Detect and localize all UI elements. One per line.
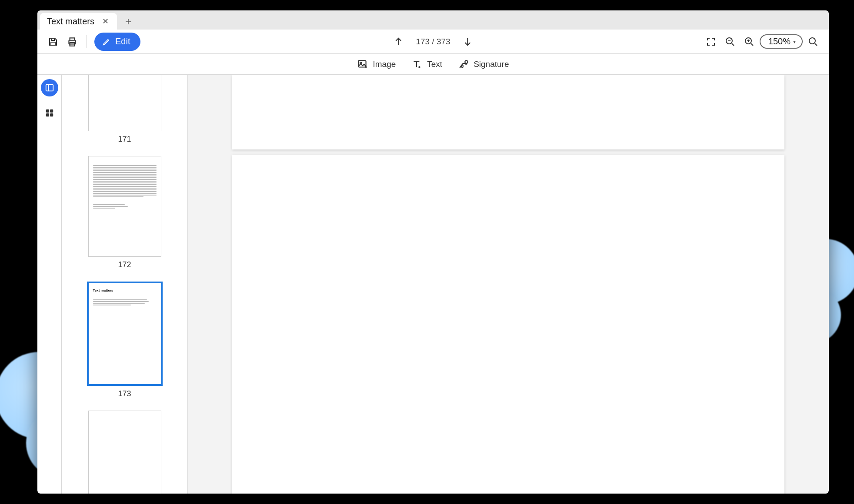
- grid-view-button[interactable]: [41, 104, 58, 122]
- save-icon: [48, 36, 58, 47]
- edit-button[interactable]: Edit: [94, 33, 140, 51]
- tabstrip: Text matters ✕: [37, 10, 829, 30]
- insert-text-button[interactable]: Text: [408, 57, 446, 72]
- grid-icon: [45, 108, 54, 118]
- save-button[interactable]: [44, 33, 62, 50]
- toolbar-separator: [86, 35, 87, 48]
- insert-image-button[interactable]: Image: [354, 57, 399, 72]
- thumbnail-list: 171 172 Text matters: [62, 75, 187, 494]
- thumbnail-preview: [88, 75, 161, 131]
- thumbnail-title: Text matters: [93, 288, 157, 292]
- zoom-in-icon: [744, 36, 754, 47]
- zoom-out-button[interactable]: [721, 33, 739, 50]
- total-pages: 373: [437, 37, 450, 46]
- zoom-selector[interactable]: 150% ▾: [760, 34, 803, 49]
- page-counter[interactable]: 173 / 373: [416, 37, 450, 46]
- thumbnail-preview: [88, 411, 161, 494]
- new-tab-button[interactable]: [120, 14, 136, 30]
- page-thumbnail[interactable]: 171: [88, 75, 161, 144]
- thumbnails-pane[interactable]: 171 172 Text matters: [62, 75, 188, 494]
- print-icon: [67, 36, 78, 47]
- zoom-level: 150%: [768, 36, 791, 46]
- insert-image-label: Image: [373, 60, 396, 69]
- tab-document[interactable]: Text matters ✕: [40, 13, 117, 30]
- current-page: 173: [416, 37, 430, 46]
- zoom-out-icon: [725, 36, 735, 47]
- insert-text-label: Text: [427, 60, 442, 69]
- page-viewer[interactable]: [188, 75, 829, 494]
- sidebar-icon: [45, 83, 54, 93]
- svg-point-8: [465, 60, 468, 63]
- left-rail: [37, 75, 62, 494]
- svg-rect-0: [51, 42, 55, 45]
- svg-rect-13: [50, 113, 53, 116]
- thumbnails-panel-button[interactable]: [41, 79, 58, 96]
- edit-label: Edit: [115, 36, 130, 46]
- page-navigation: 173 / 373: [390, 33, 476, 50]
- thumbnail-number: 172: [118, 260, 131, 269]
- svg-rect-12: [46, 113, 49, 116]
- svg-rect-9: [46, 85, 53, 91]
- main-toolbar: Edit 173 / 373: [37, 30, 829, 54]
- text-icon: [411, 59, 423, 70]
- thumbnail-preview: Text matters: [87, 282, 163, 386]
- svg-rect-10: [46, 109, 49, 113]
- thumbnail-number: 173: [118, 389, 131, 398]
- insert-toolbar: Image Text Signature: [37, 54, 829, 75]
- fullscreen-button[interactable]: [702, 33, 720, 50]
- search-button[interactable]: [804, 33, 822, 50]
- page-bottom-slice: [232, 75, 784, 149]
- tab-title: Text matters: [47, 17, 94, 27]
- page-thumbnail[interactable]: 172: [88, 156, 161, 269]
- print-button[interactable]: [63, 33, 81, 50]
- page-thumbnail[interactable]: Text matters 173: [88, 282, 161, 398]
- pdf-viewer-window: Text matters ✕ Edit: [37, 10, 829, 494]
- insert-signature-button[interactable]: Signature: [454, 57, 512, 72]
- svg-rect-11: [50, 109, 53, 113]
- close-icon[interactable]: ✕: [101, 17, 110, 26]
- insert-signature-label: Signature: [474, 60, 509, 69]
- search-icon: [808, 36, 818, 47]
- arrow-down-icon: [463, 36, 473, 47]
- chevron-down-icon: ▾: [793, 39, 796, 45]
- svg-rect-6: [359, 60, 366, 67]
- page-current: [232, 155, 784, 494]
- plus-icon: [124, 18, 132, 26]
- next-page-button[interactable]: [459, 33, 477, 50]
- thumbnail-number: 171: [118, 135, 131, 144]
- prev-page-button[interactable]: [390, 33, 407, 50]
- svg-point-5: [809, 38, 815, 44]
- signature-icon: [458, 59, 469, 70]
- page-thumbnail[interactable]: 174: [88, 411, 161, 494]
- zoom-in-button[interactable]: [741, 33, 758, 50]
- fullscreen-icon: [706, 36, 716, 47]
- pencil-icon: [102, 37, 111, 46]
- arrow-up-icon: [393, 36, 404, 47]
- image-icon: [357, 59, 368, 70]
- page-separator: /: [430, 37, 437, 46]
- thumbnail-preview: [88, 156, 161, 257]
